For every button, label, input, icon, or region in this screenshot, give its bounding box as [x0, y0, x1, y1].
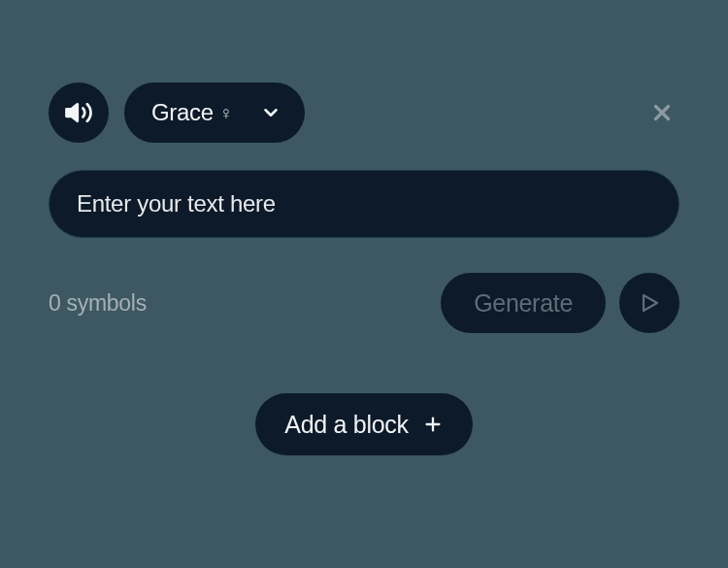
generate-label: Generate — [474, 289, 573, 317]
plus-icon — [422, 414, 444, 435]
add-block-label: Add a block — [284, 411, 408, 439]
play-icon — [638, 291, 661, 315]
text-input[interactable] — [49, 170, 679, 238]
svg-marker-3 — [644, 295, 657, 311]
chevron-down-icon — [260, 102, 281, 123]
tts-block: Grace ♀ 0 symbols Generate Add — [49, 83, 679, 455]
speaker-icon — [64, 98, 93, 127]
close-icon — [649, 100, 675, 125]
add-block-button[interactable]: Add a block — [255, 393, 472, 455]
voice-selector[interactable]: Grace ♀ — [124, 83, 305, 143]
symbol-count: 0 symbols — [49, 290, 147, 317]
generate-button[interactable]: Generate — [441, 273, 606, 333]
gender-symbol: ♀ — [219, 103, 233, 124]
voice-label: Grace ♀ — [151, 99, 233, 126]
play-button[interactable] — [619, 273, 679, 333]
add-block-row: Add a block — [49, 393, 679, 455]
bottom-controls-row: 0 symbols Generate — [49, 273, 679, 333]
speaker-button[interactable] — [49, 83, 109, 143]
voice-name: Grace — [151, 99, 214, 126]
svg-marker-0 — [67, 104, 78, 121]
close-button[interactable] — [645, 95, 679, 130]
top-controls-row: Grace ♀ — [49, 83, 679, 143]
